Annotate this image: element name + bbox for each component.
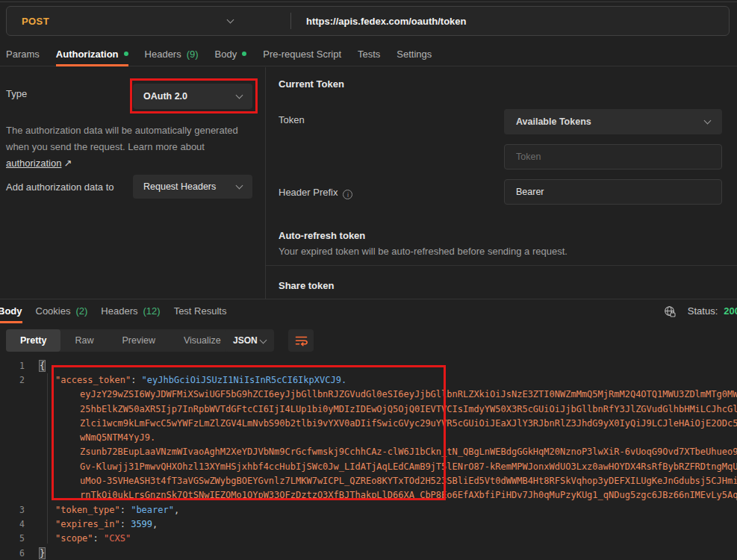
method-select[interactable]: POST [7,7,290,35]
add-authorization-select[interactable]: Request Headers [133,175,252,199]
current-token-heading: Current Token [279,78,344,90]
tab-label: Body [0,305,22,317]
json-token: "token_type" [55,505,120,515]
panel-divider [265,67,266,299]
green-status-dot-icon [124,52,128,56]
tab-tests[interactable]: Tests [358,42,380,66]
tab-count-badge: (9) [187,49,199,60]
tab-label: Settings [397,49,432,60]
json-token: Zsunb72BEupLaaVNzmWIvaoAghM2XeYDJVbNm9Cr… [80,447,737,457]
code-content: eyJzY29wZSI6WyJDWFMiXSwiUGF5bG9hZCI6eyJj… [80,389,737,399]
add-authorization-value: Request Headers [143,181,216,192]
code-line: 1{ [0,358,737,373]
auth-type-select[interactable]: OAuth 2.0 [133,84,252,109]
available-tokens-value: Available Tokens [516,116,591,127]
json-token: "scope" [55,533,93,544]
line-number: 4 [0,519,25,529]
json-token: "CXS" [104,533,131,544]
line-number: 1 [0,361,25,371]
header-prefix-label: Header Prefix [279,187,352,199]
auto-refresh-description: Your expired token will be auto-refreshe… [279,246,567,257]
format-select[interactable]: JSON [225,329,274,352]
response-body-json[interactable]: 1{2"access_token": "eyJhbGciOiJSUzI1NiIs… [0,358,737,560]
tab-authorization[interactable]: Authorization [56,42,128,66]
response-status: Status: 200 [664,299,737,323]
json-token: } [40,548,45,559]
tab-label: Body [215,49,237,60]
json-token: eyJzY29wZSI6WyJDWFMiXSwiUGF5bG9hZCI6eyJj… [80,389,737,399]
code-line: 2"access_token": "eyJhbGciOiJSUzI1NiIsIn… [0,373,737,387]
external-link-icon: ↗ [63,158,72,169]
method-label: POST [22,16,49,27]
code-line: Zlci1wcm9kLmFwcC5wYWFzLmZlZGV4LmNvbS90b2… [0,416,737,430]
tab-label: Test Results [174,305,227,317]
code-content: 25hbElkZW50aXR5Ijp7InRpbWVTdGFtcCI6IjI4L… [80,404,737,414]
code-content: rnTkOi0ukLrsGnznSk7OtSNwIEZQMo1QYpW33OFz… [80,490,737,500]
code-line: eyJzY29wZSI6WyJDWFMiXSwiUGF5bG9hZCI6eyJj… [0,388,737,402]
tab-body[interactable]: Body [0,299,22,323]
code-content: { [40,361,45,371]
json-token: "bearer" [131,505,174,515]
section-divider [266,265,737,266]
tab-label: Authorization [56,49,119,60]
url-input[interactable]: https://apis.fedex.com/oauth/token [291,16,467,27]
wrap-line-button[interactable] [288,329,314,352]
auto-refresh-title: Auto-refresh token [279,230,365,241]
line-number: 2 [0,375,25,385]
json-token: "access_token" [55,375,131,385]
authorization-link[interactable]: authorization [6,158,61,169]
code-line: Gv-Kluwjj31PmwvQHXOhzl13XYmHSjxhbf4ccHub… [0,459,737,473]
code-line: wNmQ5NTM4YyJ9. [0,430,737,444]
type-label: Type [6,88,27,99]
tab-pre-request-script[interactable]: Pre-request Script [263,42,341,66]
tab-params[interactable]: Params [6,42,40,66]
tab-count-badge: (2) [75,305,87,317]
status-value: 200 [724,305,737,317]
json-token: 3599 [131,519,152,529]
tab-settings[interactable]: Settings [397,42,432,66]
add-authorization-label: Add authorization data to [6,181,114,193]
tab-label: Headers [101,305,137,317]
json-token: , [174,505,179,515]
code-line: Zsunb72BEupLaaVNzmWIvaoAghM2XeYDJVbNm9Cr… [0,445,737,459]
token-input[interactable] [504,144,722,169]
tab-body[interactable]: Body [215,42,247,66]
chevron-down-icon [260,336,267,343]
window-top-border [0,1,737,2]
json-token: uMoO-3SVHeASH3t4fT3aVGSwZWybgBOEYGvnlz7L… [80,476,737,486]
view-tab-raw[interactable]: Raw [60,329,108,352]
format-value: JSON [233,335,258,346]
view-tab-pretty[interactable]: Pretty [6,329,60,352]
chevron-down-icon [236,181,243,189]
code-line: 25hbElkZW50aXR5Ijp7InRpbWVTdGFtcCI6IjI4L… [0,402,737,416]
globe-lock-icon [664,305,676,317]
code-line: 3"token_type": "bearer", [0,503,737,517]
json-token: { [40,361,45,371]
line-number: 5 [0,533,25,544]
code-content: "token_type": "bearer", [55,505,179,515]
response-tabs: BodyCookies(2)Headers(12)Test Results [0,299,226,323]
tab-headers[interactable]: Headers(12) [101,299,160,323]
json-token: : [93,533,104,544]
code-content: "scope": "CXS" [55,533,131,544]
code-content: "access_token": "eyJhbGciOiJSUzI1NiIsInR… [55,375,346,385]
share-token-title: Share token [279,280,334,291]
green-status-dot-icon [242,52,246,56]
code-line: 6} [0,546,737,560]
tab-cookies[interactable]: Cookies(2) [36,299,88,323]
info-icon [343,190,352,199]
tab-headers[interactable]: Headers(9) [145,42,199,66]
auth-description: The authorization data will be automatic… [6,122,264,172]
json-token: rnTkOi0ukLrsGnznSk7OtSNwIEZQMo1QYpW33OFz… [80,490,737,500]
auth-type-value: OAuth 2.0 [143,91,187,102]
token-label: Token [279,114,305,125]
wrap-line-icon [295,335,308,346]
response-view-tabs: PrettyRawPreviewVisualize [6,329,235,352]
header-prefix-input[interactable] [504,179,722,205]
json-token: wNmQ5NTM4YyJ9. [80,432,155,443]
available-tokens-select[interactable]: Available Tokens [504,109,722,134]
tab-test-results[interactable]: Test Results [174,299,227,323]
view-tab-preview[interactable]: Preview [108,329,169,352]
tab-label: Tests [358,49,380,60]
json-token: "eyJhbGciOiJSUzI1NiIsInR5cCI6IkpXVCJ9. [142,375,347,385]
